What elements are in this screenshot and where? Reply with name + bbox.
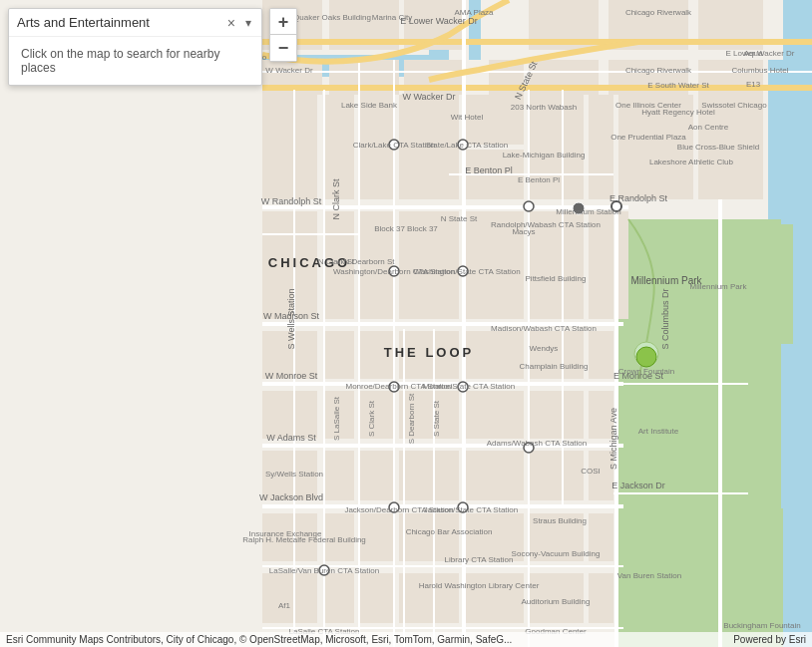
svg-rect-51	[464, 391, 524, 439]
svg-rect-68	[262, 573, 317, 623]
svg-text:W Wacker Dr: W Wacker Dr	[402, 92, 455, 102]
svg-rect-74	[589, 573, 613, 623]
zoom-controls: + −	[269, 8, 297, 62]
svg-text:Columbus Hotel: Columbus Hotel	[732, 66, 789, 75]
svg-text:Randolph/Wabash CTA Station: Randolph/Wabash CTA Station	[491, 220, 601, 229]
svg-text:Socony-Vacuum Building: Socony-Vacuum Building	[512, 549, 601, 558]
svg-text:Pittsfield Building: Pittsfield Building	[526, 274, 587, 283]
svg-text:Straus Building: Straus Building	[533, 516, 587, 525]
svg-text:S Clark St: S Clark St	[367, 400, 376, 437]
svg-rect-49	[359, 391, 394, 439]
svg-rect-41	[324, 331, 354, 379]
svg-rect-3	[798, 0, 812, 647]
svg-text:Van Buren Station: Van Buren Station	[617, 571, 681, 580]
svg-text:Art Institute: Art Institute	[638, 427, 679, 436]
svg-text:E Randolph St: E Randolph St	[609, 193, 668, 203]
search-clear-button[interactable]: ×	[225, 16, 237, 30]
svg-text:Millennium Station: Millennium Station	[556, 207, 620, 216]
svg-rect-57	[399, 451, 459, 500]
zoom-out-button[interactable]: −	[270, 35, 296, 61]
svg-text:AMA Plaza: AMA Plaza	[454, 8, 494, 17]
svg-text:Swissotel Chicago: Swissotel Chicago	[701, 101, 767, 110]
svg-text:N State St: N State St	[441, 214, 478, 223]
svg-text:Chicago Riverwalk: Chicago Riverwalk	[625, 66, 692, 75]
svg-text:S LaSalle St: S LaSalle St	[332, 396, 341, 441]
svg-text:Madison/Wabash CTA Station: Madison/Wabash CTA Station	[491, 324, 597, 333]
svg-text:Millennium Park: Millennium Park	[690, 282, 748, 291]
map-container[interactable]: CHICAGO THE LOOP Millennium Park N State…	[0, 0, 812, 647]
svg-text:Wit Hotel: Wit Hotel	[451, 113, 484, 122]
svg-rect-70	[359, 573, 394, 623]
search-input[interactable]	[17, 15, 219, 30]
search-panel: × ▾ Click on the map to search for nearb…	[8, 8, 262, 86]
svg-text:Harold Washington Library Cent: Harold Washington Library Center	[419, 581, 540, 590]
svg-text:Chicago Bar Association: Chicago Bar Association	[406, 527, 493, 536]
svg-text:Clark/Lake CTA Station: Clark/Lake CTA Station	[353, 141, 436, 150]
svg-rect-64	[399, 513, 459, 561]
svg-text:Marina City: Marina City	[372, 13, 412, 22]
svg-text:Ralph H. Metcalfe Federal Buil: Ralph H. Metcalfe Federal Building	[242, 535, 366, 544]
svg-text:Quaker Oaks Building: Quaker Oaks Building	[293, 13, 371, 22]
svg-text:Washington/State CTA Station: Washington/State CTA Station	[413, 267, 520, 276]
svg-point-200	[636, 347, 656, 367]
svg-text:Chicago Riverwalk: Chicago Riverwalk	[625, 8, 692, 17]
svg-text:Sy/Wells Station: Sy/Wells Station	[265, 470, 323, 479]
svg-text:Macys: Macys	[512, 227, 535, 236]
svg-text:Lake Side Bank: Lake Side Bank	[341, 101, 398, 110]
attribution-bar: Esri Community Maps Contributors, City o…	[0, 632, 812, 647]
svg-rect-69	[324, 573, 354, 623]
svg-text:W Wacker Dr: W Wacker Dr	[265, 66, 313, 75]
svg-text:Wendys: Wendys	[530, 344, 559, 353]
svg-text:Jackson/State CTA Station: Jackson/State CTA Station	[424, 505, 519, 514]
svg-text:E13: E13	[746, 80, 761, 89]
attribution-right: Powered by Esri	[733, 634, 806, 645]
svg-text:E Benton Pl: E Benton Pl	[518, 175, 560, 184]
svg-text:Aon Centre: Aon Centre	[688, 123, 729, 132]
svg-rect-22	[262, 95, 317, 199]
svg-text:S Wells Station: S Wells Station	[286, 289, 296, 350]
map-svg: CHICAGO THE LOOP Millennium Park N State…	[0, 0, 812, 647]
svg-text:Champlain Building: Champlain Building	[520, 362, 589, 371]
svg-text:S Michigan Ave: S Michigan Ave	[609, 408, 618, 470]
svg-text:COSI: COSI	[581, 467, 601, 476]
svg-text:S State St: S State St	[432, 400, 441, 437]
svg-rect-39	[618, 211, 628, 319]
svg-text:E South Water St: E South Water St	[647, 81, 709, 90]
svg-text:Block 37 Block 37: Block 37 Block 37	[374, 224, 438, 233]
svg-text:State/Lake CTA Station: State/Lake CTA Station	[426, 141, 509, 150]
svg-rect-56	[359, 451, 394, 500]
svg-text:Lake-Michigan Building: Lake-Michigan Building	[503, 151, 586, 160]
search-dropdown-button[interactable]: ▾	[243, 17, 253, 29]
search-header: × ▾	[9, 9, 261, 37]
svg-rect-46	[589, 331, 613, 379]
svg-text:E Jackson Dr: E Jackson Dr	[611, 481, 665, 490]
svg-point-105	[524, 201, 534, 211]
svg-text:E Lower Wacker Dr: E Lower Wacker Dr	[725, 49, 794, 58]
svg-text:S Dearborn St: S Dearborn St	[407, 393, 416, 444]
svg-text:One Prudential Plaza: One Prudential Plaza	[610, 133, 686, 142]
svg-rect-29	[589, 95, 613, 199]
svg-rect-45	[529, 331, 584, 379]
svg-rect-47	[262, 391, 317, 439]
svg-text:S Columbus Dr: S Columbus Dr	[660, 288, 670, 349]
svg-text:LaSalle/Van Buren CTA Station: LaSalle/Van Buren CTA Station	[269, 566, 379, 575]
svg-text:W Monroe St: W Monroe St	[265, 371, 318, 381]
svg-text:Adams/Wabash CTA Station: Adams/Wabash CTA Station	[487, 439, 588, 448]
zoom-in-button[interactable]: +	[270, 9, 296, 35]
svg-text:Blue Cross-Blue Shield: Blue Cross-Blue Shield	[677, 143, 759, 152]
svg-text:E Benton Pl: E Benton Pl	[465, 165, 513, 175]
svg-text:Crown Fountain: Crown Fountain	[618, 367, 674, 376]
svg-text:W Jackson Blvd: W Jackson Blvd	[259, 492, 323, 502]
svg-rect-55	[324, 451, 354, 500]
svg-text:THE LOOP: THE LOOP	[384, 345, 474, 360]
svg-text:Library CTA Station: Library CTA Station	[445, 555, 514, 564]
svg-rect-52	[529, 391, 584, 439]
svg-text:Monroe/State CTA Station: Monroe/State CTA Station	[423, 382, 515, 391]
svg-text:Auditorium Building: Auditorium Building	[522, 597, 591, 606]
svg-text:N Clark St: N Clark St	[331, 178, 341, 220]
svg-rect-58	[464, 451, 524, 500]
svg-text:Af1: Af1	[278, 601, 291, 610]
svg-text:N Dearborn St: N Dearborn St	[343, 257, 395, 266]
svg-rect-59	[529, 451, 584, 500]
svg-text:Lakeshore Athletic Club: Lakeshore Athletic Club	[649, 158, 734, 166]
